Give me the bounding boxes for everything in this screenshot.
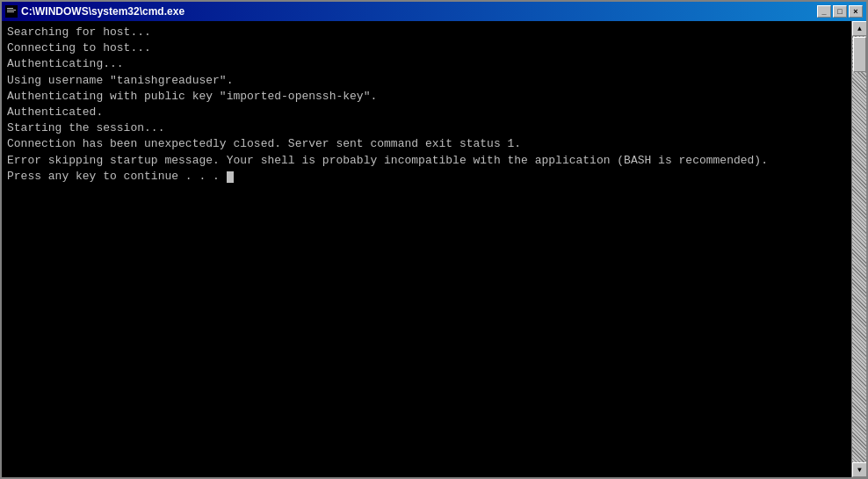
terminal-line: Authenticating with public key "imported… [7, 90, 377, 103]
maximize-button[interactable]: □ [833, 5, 847, 18]
terminal-line: Error skipping startup message. Your she… [7, 154, 768, 167]
terminal-output[interactable]: Searching for host... Connecting to host… [2, 21, 851, 477]
cmd-icon [5, 5, 18, 18]
svg-rect-2 [7, 10, 16, 11]
title-bar: C:\WINDOWS\system32\cmd.exe _ □ × [2, 2, 866, 21]
terminal-line: Authenticated. [7, 105, 103, 119]
window-title: C:\WINDOWS\system32\cmd.exe [21, 5, 184, 18]
terminal-line: Using username "tanishgreaduser". [7, 74, 233, 87]
terminal-line: Connection has been unexpectedly closed.… [7, 137, 521, 150]
scrollbar[interactable]: ▲ ▼ [851, 21, 866, 477]
window-controls: _ □ × [817, 5, 863, 18]
close-button[interactable]: × [849, 5, 863, 18]
content-area: Searching for host... Connecting to host… [2, 21, 866, 477]
cursor [227, 171, 234, 183]
cmd-window: C:\WINDOWS\system32\cmd.exe _ □ × Search… [0, 0, 868, 479]
terminal-line: Starting the session... [7, 121, 164, 134]
scroll-thumb[interactable] [853, 37, 866, 72]
terminal-line: Press any key to continue . . . [7, 170, 227, 183]
minimize-button[interactable]: _ [817, 5, 831, 18]
scroll-track[interactable] [852, 36, 866, 462]
terminal-line: Searching for host... [7, 25, 151, 39]
svg-rect-3 [7, 11, 14, 12]
scroll-up-button[interactable]: ▲ [852, 21, 866, 36]
terminal-line: Connecting to host... [7, 41, 151, 54]
title-bar-left: C:\WINDOWS\system32\cmd.exe [5, 5, 184, 18]
scroll-down-button[interactable]: ▼ [852, 462, 866, 477]
svg-rect-1 [7, 8, 13, 9]
terminal-line: Authenticating... [7, 57, 124, 70]
